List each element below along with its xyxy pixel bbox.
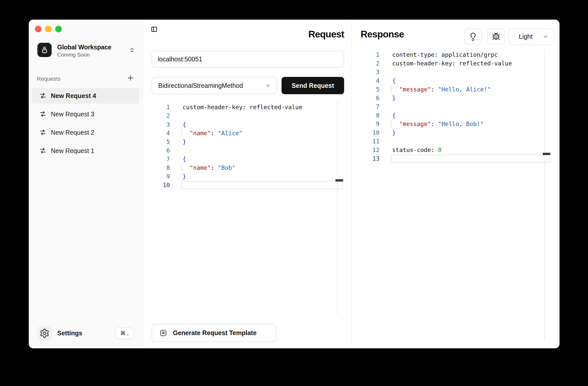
add-request-button[interactable]	[126, 74, 135, 83]
code-line-content[interactable]: {	[379, 76, 550, 85]
theme-select-value: Light	[519, 33, 533, 40]
code-line: 12status-code: 0	[361, 146, 551, 154]
generate-request-template-label: Generate Request Template	[173, 329, 257, 337]
code-line: 4 "name": "Alice"	[152, 129, 344, 137]
bug-icon	[492, 32, 500, 41]
workspace-switcher[interactable]: Global Workspace Coming Soon	[29, 42, 143, 58]
line-number: 5	[152, 137, 170, 146]
code-line-content[interactable]: "name": "Alice"	[170, 129, 343, 137]
sidebar-request-item[interactable]: New Request 3	[32, 106, 139, 122]
line-number: 1	[152, 103, 170, 112]
code-line-content[interactable]: "name": "Bob"	[170, 163, 343, 172]
line-number: 3	[152, 120, 170, 129]
code-line: 5 "message": "Hello, Alice!"	[361, 85, 551, 94]
code-line-content[interactable]: {	[170, 155, 343, 163]
chevron-up-down-icon	[128, 47, 136, 54]
line-number: 9	[152, 172, 170, 181]
code-line-content[interactable]	[170, 146, 343, 155]
line-number: 7	[152, 155, 170, 163]
sidebar-request-item[interactable]: New Request 4	[32, 88, 139, 104]
arrows-right-left-icon	[39, 111, 47, 118]
settings-label[interactable]: Settings	[57, 329, 82, 337]
indent-guide	[181, 129, 182, 137]
lightbulb-icon	[469, 32, 477, 41]
code-line-content[interactable]	[379, 102, 550, 111]
theme-select[interactable]: Light	[509, 29, 554, 45]
code-line: 4{	[361, 76, 551, 85]
settings-icon-container[interactable]	[37, 326, 52, 340]
app-window: Global Workspace Coming Soon Requests Ne…	[29, 20, 560, 348]
code-line: 10	[152, 181, 344, 189]
code-line-content[interactable]: custom-header-key: reflected-value	[379, 59, 550, 68]
indent-guide	[391, 120, 391, 128]
debug-button[interactable]	[487, 29, 505, 45]
code-line: 9 "message": "Hello, Bob!"	[361, 120, 551, 128]
code-line: 1custom-header-key: reflected-value	[152, 103, 344, 112]
request-item-label: New Request 1	[51, 147, 94, 155]
line-number: 10	[361, 128, 379, 137]
scrollbar-thumb[interactable]	[335, 179, 343, 182]
code-line: 6	[152, 146, 344, 155]
request-item-label: New Request 4	[51, 92, 96, 100]
line-number: 2	[152, 112, 170, 120]
request-panel-title: Request	[258, 29, 344, 40]
code-line: 8 "name": "Bob"	[152, 163, 344, 172]
code-line: 6}	[361, 94, 551, 102]
minimize-window-button[interactable]	[45, 26, 52, 32]
insight-button[interactable]	[464, 29, 482, 45]
sidebar-request-item[interactable]: New Request 2	[32, 125, 139, 140]
editor-right-border	[544, 49, 545, 340]
code-line: 2	[152, 112, 344, 120]
code-line-content[interactable]	[170, 112, 343, 120]
code-line-content[interactable]: "message": "Hello, Bob!"	[379, 120, 550, 128]
code-line: 1content-type: application/grpc	[361, 50, 551, 59]
code-line-content[interactable]	[379, 154, 550, 163]
requests-section-label: Requests	[37, 76, 61, 82]
gear-icon	[39, 328, 50, 338]
code-line-content[interactable]: {	[379, 111, 550, 120]
panel-divider	[351, 20, 352, 348]
send-request-button[interactable]: Send Request	[282, 77, 344, 94]
code-line: 13	[361, 154, 551, 163]
code-line: 11	[361, 137, 551, 146]
code-line: 9}	[152, 172, 344, 181]
method-select[interactable]: BidirectionalStreamingMethod	[152, 77, 277, 94]
code-line-content[interactable]: }	[379, 94, 550, 102]
arrows-right-left-icon	[39, 129, 47, 136]
editor-right-border	[337, 102, 337, 314]
server-url-input[interactable]	[152, 51, 344, 67]
line-number: 8	[361, 111, 379, 120]
scrollbar-thumb[interactable]	[543, 153, 550, 155]
sidebar-toggle-button[interactable]	[150, 25, 158, 34]
code-line-content[interactable]: }	[170, 172, 343, 181]
request-editor[interactable]: 1custom-header-key: reflected-value23{4 …	[152, 102, 344, 314]
code-line-content[interactable]: }	[170, 137, 343, 146]
line-number: 2	[361, 59, 379, 68]
arrows-right-left-icon	[39, 147, 47, 154]
code-line-content[interactable]	[379, 68, 550, 76]
line-number: 10	[152, 181, 170, 189]
generate-request-template-button[interactable]: Generate Request Template	[152, 324, 276, 342]
code-line-content[interactable]: custom-header-key: reflected-value	[170, 103, 343, 112]
chevron-down-icon	[542, 33, 549, 40]
close-window-button[interactable]	[35, 26, 41, 32]
zoom-window-button[interactable]	[55, 26, 62, 32]
code-line-content[interactable]	[170, 181, 343, 189]
sidebar-request-item[interactable]: New Request 1	[32, 143, 139, 159]
code-line-content[interactable]: status-code: 0	[379, 146, 550, 154]
response-editor[interactable]: 1content-type: application/grpc2custom-h…	[361, 49, 551, 340]
line-number: 4	[152, 129, 170, 137]
response-panel-title: Response	[361, 29, 404, 40]
code-line: 3{	[152, 120, 344, 129]
plus-icon	[127, 74, 134, 82]
request-list: New Request 4 New Request 3 New Request …	[32, 88, 139, 161]
code-line-content[interactable]: }	[379, 128, 550, 137]
window-controls	[35, 26, 62, 32]
settings-shortcut-badge: ⌘ ,	[115, 327, 134, 339]
code-line-content[interactable]: {	[170, 120, 343, 129]
code-line-content[interactable]: "message": "Hello, Alice!"	[379, 85, 550, 94]
code-line-content[interactable]: content-type: application/grpc	[379, 50, 550, 59]
code-line-content[interactable]	[379, 137, 550, 146]
indent-guide	[391, 86, 391, 93]
code-line: 7{	[152, 155, 344, 163]
